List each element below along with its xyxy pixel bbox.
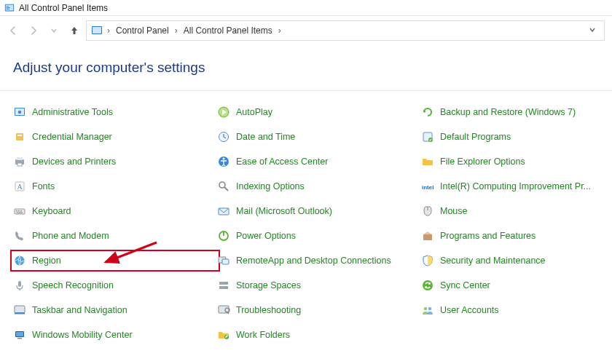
item-devices-and-printers[interactable]: Devices and Printers: [13, 154, 217, 170]
item-file-explorer-options[interactable]: File Explorer Options: [421, 154, 612, 170]
item-date-and-time[interactable]: Date and Time: [217, 129, 421, 145]
item-label: File Explorer Options: [440, 157, 525, 167]
item-label: AutoPlay: [236, 107, 272, 117]
address-dropdown[interactable]: [582, 25, 603, 36]
ease-icon: [217, 155, 230, 168]
item-credential-manager[interactable]: Credential Manager: [13, 129, 217, 145]
item-label: Work Folders: [236, 330, 290, 340]
item-administrative-tools[interactable]: Administrative Tools: [13, 104, 217, 120]
fileexp-icon: [421, 155, 434, 168]
power-icon: [217, 229, 230, 242]
item-storage-spaces[interactable]: Storage Spaces: [217, 277, 421, 293]
titlebar: All Control Panel Items: [0, 0, 612, 16]
svg-rect-11: [16, 133, 23, 141]
breadcrumb-current[interactable]: All Control Panel Items: [179, 25, 277, 36]
item-label: Region: [32, 256, 61, 266]
item-programs-and-features[interactable]: Programs and Features: [421, 228, 612, 244]
svg-point-41: [423, 280, 433, 290]
item-sync-center[interactable]: Sync Center: [421, 277, 612, 293]
svg-point-39: [226, 282, 227, 284]
svg-point-45: [424, 307, 428, 311]
item-label: Storage Spaces: [236, 280, 301, 290]
item-backup-and-restore[interactable]: Backup and Restore (Windows 7): [421, 104, 612, 120]
autoplay-icon: [217, 106, 230, 119]
datetime-icon: [217, 130, 230, 143]
svg-rect-26: [16, 210, 17, 212]
item-mouse[interactable]: Mouse: [421, 203, 612, 219]
item-intel-computing[interactable]: intel Intel(R) Computing Improvement Pr.…: [421, 178, 612, 194]
indexing-icon: [217, 180, 230, 193]
item-label: Mouse: [440, 206, 468, 216]
printers-icon: [13, 155, 26, 168]
item-security-and-maintenance[interactable]: Security and Maintenance: [421, 253, 612, 269]
remoteapp-icon: [217, 254, 230, 267]
troubleshoot-icon: [217, 304, 230, 317]
item-label: Default Programs: [440, 132, 511, 142]
keyboard-icon: [13, 205, 26, 218]
chevron-right-icon[interactable]: ›: [173, 25, 179, 36]
svg-rect-32: [423, 234, 432, 240]
item-label: Ease of Access Center: [236, 157, 328, 167]
item-label: Programs and Features: [440, 231, 536, 241]
phone-icon: [13, 229, 26, 242]
programs-icon: [421, 229, 434, 242]
chevron-right-icon[interactable]: ›: [277, 25, 283, 36]
mail-icon: [217, 205, 230, 218]
item-user-accounts[interactable]: User Accounts: [421, 302, 612, 318]
users-icon: [421, 304, 434, 317]
sync-icon: [421, 279, 434, 292]
item-label: Windows Mobility Center: [32, 330, 133, 340]
svg-rect-3: [7, 7, 10, 8]
up-button[interactable]: [66, 22, 83, 39]
mobility-icon: [13, 328, 26, 341]
item-label: RemoteApp and Desktop Connections: [236, 256, 391, 266]
breadcrumb-root[interactable]: Control Panel: [111, 25, 173, 36]
item-ease-of-access[interactable]: Ease of Access Center: [217, 154, 421, 170]
item-mail[interactable]: Mail (Microsoft Outlook): [217, 203, 421, 219]
item-phone-and-modem[interactable]: Phone and Modem: [13, 228, 217, 244]
svg-rect-27: [18, 210, 20, 212]
svg-rect-42: [15, 306, 25, 313]
item-fonts[interactable]: A Fonts: [13, 178, 217, 194]
control-panel-icon: [91, 25, 103, 36]
divider: [0, 90, 612, 91]
chevron-right-icon[interactable]: ›: [106, 25, 111, 36]
item-troubleshooting[interactable]: Troubleshooting: [217, 302, 421, 318]
svg-rect-35: [222, 259, 229, 264]
recent-dropdown[interactable]: [45, 22, 63, 39]
item-speech-recognition[interactable]: Speech Recognition: [13, 277, 217, 293]
security-icon: [421, 254, 434, 267]
forward-button[interactable]: [25, 22, 42, 39]
item-region[interactable]: Region: [10, 250, 220, 272]
back-button[interactable]: [4, 22, 22, 39]
item-label: Speech Recognition: [32, 280, 114, 290]
item-indexing-options[interactable]: Indexing Options: [217, 178, 421, 194]
item-default-programs[interactable]: Default Programs: [421, 129, 612, 145]
svg-rect-17: [17, 157, 23, 160]
svg-rect-36: [18, 281, 21, 287]
item-autoplay[interactable]: AutoPlay: [217, 104, 421, 120]
control-panel-icon: [4, 3, 15, 13]
item-label: Mail (Microsoft Outlook): [236, 206, 332, 216]
items-grid: Administrative Tools AutoPlay Backup and…: [0, 100, 612, 347]
page-heading: Adjust your computer's settings: [0, 45, 612, 90]
item-power-options[interactable]: Power Options: [217, 228, 421, 244]
svg-rect-18: [17, 163, 22, 166]
svg-rect-28: [20, 210, 22, 212]
item-label: Security and Maintenance: [440, 256, 546, 266]
admin-tools-icon: [13, 106, 26, 119]
item-windows-mobility-center[interactable]: Windows Mobility Center: [13, 327, 217, 343]
region-icon: [13, 254, 26, 267]
intel-icon: intel: [421, 180, 434, 193]
item-keyboard[interactable]: Keyboard: [13, 203, 217, 219]
item-taskbar-and-navigation[interactable]: Taskbar and Navigation: [13, 302, 217, 318]
item-label: Fonts: [32, 181, 55, 191]
item-work-folders[interactable]: Work Folders: [217, 327, 421, 343]
workfolders-icon: [217, 328, 230, 341]
navigation-bar: › Control Panel › All Control Panel Item…: [0, 16, 612, 45]
credential-icon: [13, 130, 26, 143]
defaultprog-icon: [421, 130, 434, 143]
address-bar[interactable]: › Control Panel › All Control Panel Item…: [86, 20, 605, 41]
item-remoteapp[interactable]: RemoteApp and Desktop Connections: [217, 253, 421, 269]
taskbar-icon: [13, 304, 26, 317]
